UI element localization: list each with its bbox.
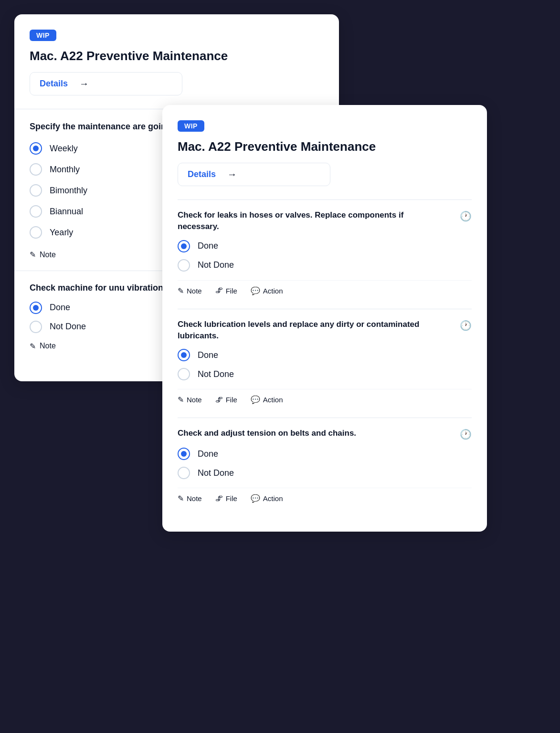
task-1-action-label: Action	[263, 287, 283, 295]
task-3-action-icon: 💬	[251, 494, 260, 503]
task-1-file-icon: 🖇	[215, 286, 223, 295]
task-1-title: Check for leaks in hoses or valves. Repl…	[178, 209, 435, 232]
radio-machine-done[interactable]	[30, 302, 42, 314]
radio-t2-notdone[interactable]	[178, 368, 190, 380]
task-2-note-label: Note	[187, 396, 202, 404]
radio-t1-notdone[interactable]	[178, 259, 190, 272]
task-2-action-label: Action	[263, 396, 283, 404]
front-details-row[interactable]: Details →	[178, 163, 330, 186]
radio-t2-done[interactable]	[178, 349, 190, 361]
radio-yearly[interactable]	[30, 226, 42, 239]
task-2-note-icon: ✎	[178, 395, 184, 404]
back-details-row[interactable]: Details →	[30, 72, 182, 95]
radio-t3-notdone[interactable]	[178, 467, 190, 479]
label-machine-notdone: Not Done	[50, 322, 86, 332]
task-2-actions: ✎ Note 🖇 File 💬 Action	[178, 389, 472, 404]
back-details-link[interactable]: Details	[40, 79, 68, 89]
task-1-note-label: Note	[187, 287, 202, 295]
front-details-arrow: →	[227, 169, 237, 180]
radio-weekly[interactable]	[30, 142, 42, 155]
task-3-done[interactable]: Done	[178, 448, 472, 460]
task-3: Check and adjust tension on belts and ch…	[178, 418, 472, 513]
machine-note-pencil-icon: ✎	[30, 342, 36, 351]
task-3-notdone[interactable]: Not Done	[178, 467, 472, 479]
task-2-file-label: File	[226, 396, 237, 404]
label-yearly: Yearly	[50, 228, 73, 238]
task-2-done[interactable]: Done	[178, 349, 472, 361]
label-t1-notdone: Not Done	[198, 260, 234, 270]
front-details-link[interactable]: Details	[188, 169, 216, 179]
label-bimonthly: Bimonthly	[50, 186, 87, 196]
radio-t1-done[interactable]	[178, 240, 190, 252]
task-2-history-icon[interactable]: 🕐	[460, 320, 472, 331]
back-note-label: Note	[40, 251, 56, 259]
label-t3-notdone: Not Done	[198, 468, 234, 478]
radio-biannual[interactable]	[30, 205, 42, 218]
task-2-note-button[interactable]: ✎ Note	[178, 395, 202, 404]
task-2-file-button[interactable]: 🖇 File	[215, 396, 237, 404]
task-2-action-button[interactable]: 💬 Action	[251, 395, 283, 404]
label-t1-done: Done	[198, 241, 218, 251]
task-2: Check lubrication levels and replace any…	[178, 309, 472, 414]
task-1-action-icon: 💬	[251, 286, 260, 295]
task-2-notdone[interactable]: Not Done	[178, 368, 472, 380]
task-3-action-button[interactable]: 💬 Action	[251, 494, 283, 503]
front-card: WIP Mac. A22 Preventive Maintenance Deta…	[162, 105, 487, 532]
task-1-history-icon[interactable]: 🕐	[460, 210, 472, 222]
front-card-title: Mac. A22 Preventive Maintenance	[178, 139, 472, 154]
label-t3-done: Done	[198, 449, 218, 459]
task-3-history-icon[interactable]: 🕐	[460, 429, 472, 440]
label-monthly: Monthly	[50, 165, 80, 175]
task-3-file-label: File	[226, 494, 237, 503]
task-1-radio-group: Done Not Done	[178, 240, 472, 272]
task-1-file-label: File	[226, 287, 237, 295]
task-2-title: Check lubrication levels and replace any…	[178, 319, 435, 342]
label-machine-done: Done	[50, 303, 70, 313]
task-1-action-button[interactable]: 💬 Action	[251, 286, 283, 295]
task-1-note-icon: ✎	[178, 286, 184, 295]
task-1-note-button[interactable]: ✎ Note	[178, 286, 202, 295]
radio-machine-notdone[interactable]	[30, 321, 42, 333]
back-note-button[interactable]: ✎ Note	[30, 250, 56, 259]
note-pencil-icon: ✎	[30, 250, 36, 259]
task-2-radio-group: Done Not Done	[178, 349, 472, 380]
task-1-file-button[interactable]: 🖇 File	[215, 286, 237, 295]
task-3-header: Check and adjust tension on belts and ch…	[178, 428, 472, 440]
task-3-file-icon: 🖇	[215, 494, 223, 503]
label-biannual: Biannual	[50, 207, 83, 217]
task-3-title: Check and adjust tension on belts and ch…	[178, 428, 356, 439]
back-card-title: Mac. A22 Preventive Maintenance	[30, 49, 324, 63]
task-2-file-icon: 🖇	[215, 396, 223, 404]
task-3-file-button[interactable]: 🖇 File	[215, 494, 237, 503]
front-wip-badge: WIP	[178, 120, 204, 132]
task-1-actions: ✎ Note 🖇 File 💬 Action	[178, 280, 472, 295]
label-weekly: Weekly	[50, 144, 78, 154]
task-3-note-button[interactable]: ✎ Note	[178, 494, 202, 503]
task-2-header: Check lubrication levels and replace any…	[178, 319, 472, 342]
radio-t3-done[interactable]	[178, 448, 190, 460]
task-3-note-label: Note	[187, 494, 202, 503]
task-1: Check for leaks in hoses or valves. Repl…	[178, 199, 472, 305]
task-1-done[interactable]: Done	[178, 240, 472, 252]
task-3-action-label: Action	[263, 494, 283, 503]
task-3-radio-group: Done Not Done	[178, 448, 472, 479]
back-details-arrow: →	[79, 78, 89, 89]
task-2-action-icon: 💬	[251, 395, 260, 404]
machine-note-label: Note	[40, 342, 56, 350]
task-1-notdone[interactable]: Not Done	[178, 259, 472, 272]
machine-note-button[interactable]: ✎ Note	[30, 342, 56, 351]
task-1-header: Check for leaks in hoses or valves. Repl…	[178, 209, 472, 232]
back-wip-badge: WIP	[30, 30, 56, 41]
radio-bimonthly[interactable]	[30, 184, 42, 197]
radio-monthly[interactable]	[30, 163, 42, 176]
task-3-actions: ✎ Note 🖇 File 💬 Action	[178, 488, 472, 503]
label-t2-notdone: Not Done	[198, 369, 234, 379]
label-t2-done: Done	[198, 350, 218, 360]
task-3-note-icon: ✎	[178, 494, 184, 503]
